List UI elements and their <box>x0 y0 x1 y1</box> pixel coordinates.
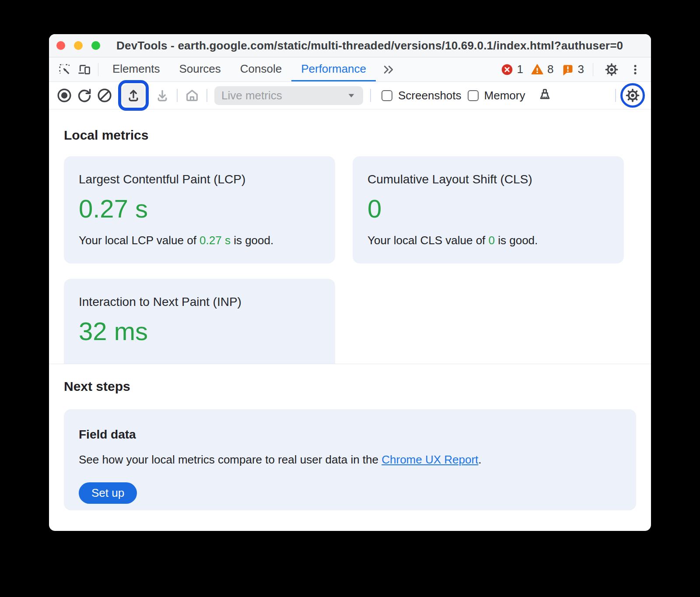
issues-badge[interactable]: 3 <box>562 63 584 76</box>
panel-tabs: Elements Sources Console Performance <box>103 57 376 81</box>
inspect-cursor-icon <box>58 63 71 76</box>
toolbar-separator <box>206 89 207 102</box>
device-toolbar-icon <box>77 63 91 76</box>
devtools-settings-button[interactable] <box>602 63 621 77</box>
console-errors-badge[interactable]: 1 <box>501 63 523 76</box>
tab-elements[interactable]: Elements <box>103 57 169 81</box>
memory-toggle[interactable]: Memory <box>468 89 525 102</box>
inp-metric-card: Interaction to Next Paint (INP) 32 ms <box>64 279 335 364</box>
error-count: 1 <box>517 63 523 76</box>
tabbar-separator <box>98 63 98 76</box>
cls-description: Your local CLS value of 0 is good. <box>368 234 609 247</box>
field-data-description: See how your local metrics compare to re… <box>79 453 621 467</box>
lcp-card-title: Largest Contentful Paint (LCP) <box>79 172 320 187</box>
history-select-value: Live metrics <box>221 89 282 102</box>
window-title: DevTools - earth.google.com/static/multi… <box>116 39 623 53</box>
double-chevron-right-icon <box>382 63 395 76</box>
toolbar-right-controls <box>611 83 645 108</box>
inspect-element-button[interactable] <box>55 57 74 81</box>
inp-value: 32 ms <box>79 318 320 344</box>
chevron-down-icon <box>346 91 356 100</box>
lcp-value: 0.27 s <box>79 196 320 222</box>
metric-cards: Largest Contentful Paint (LCP) 0.27 s Yo… <box>64 156 636 364</box>
lcp-desc-suffix: is good. <box>231 234 273 247</box>
toolbar-separator <box>177 89 178 102</box>
lcp-desc-value: 0.27 s <box>200 234 231 247</box>
field-desc-prefix: See how your local metrics compare to re… <box>79 453 382 466</box>
lcp-metric-card: Largest Contentful Paint (LCP) 0.27 s Yo… <box>64 156 335 263</box>
three-dots-icon <box>629 63 641 76</box>
cls-desc-value: 0 <box>489 234 495 247</box>
cls-metric-card: Cumulative Layout Shift (CLS) 0 Your loc… <box>353 156 624 263</box>
gear-icon <box>625 88 640 103</box>
local-metrics-section: Local metrics Largest Contentful Paint (… <box>49 109 651 364</box>
screenshots-toggle[interactable]: Screenshots <box>382 89 462 102</box>
tabbar-separator <box>593 63 593 76</box>
toolbar-separator <box>615 89 616 102</box>
memory-label: Memory <box>484 89 525 102</box>
block-icon <box>97 88 112 103</box>
next-steps-section: Next steps Field data See how your local… <box>49 364 651 510</box>
warning-count: 8 <box>547 63 553 76</box>
tab-sources[interactable]: Sources <box>169 57 230 81</box>
local-metrics-heading: Local metrics <box>64 109 636 143</box>
performance-panel-content: Local metrics Largest Contentful Paint (… <box>49 109 651 510</box>
live-metrics-home-button[interactable] <box>182 85 202 105</box>
issue-count: 3 <box>578 63 584 76</box>
tabbar-right-controls: 1 8 <box>497 57 645 81</box>
devtools-window: DevTools - earth.google.com/static/multi… <box>49 34 651 531</box>
home-icon <box>185 88 200 103</box>
cls-value: 0 <box>368 196 609 222</box>
field-data-card: Field data See how your local metrics co… <box>64 409 636 510</box>
more-tabs-button[interactable] <box>376 57 401 81</box>
cls-card-title: Cumulative Layout Shift (CLS) <box>368 172 609 187</box>
record-and-reload-button[interactable] <box>74 85 94 105</box>
console-warnings-badge[interactable]: 8 <box>531 63 553 76</box>
close-window-button[interactable] <box>56 41 65 50</box>
garbage-collect-brush-icon <box>537 88 552 103</box>
download-icon <box>155 88 170 103</box>
devtools-menu-button[interactable] <box>626 63 645 76</box>
upload-annotation-highlight <box>118 80 149 111</box>
settings-annotation-highlight <box>620 83 645 108</box>
error-icon <box>501 63 513 76</box>
minimize-window-button[interactable] <box>74 41 83 50</box>
capture-settings-button[interactable] <box>625 88 640 103</box>
field-data-title: Field data <box>79 428 621 442</box>
set-up-button[interactable]: Set up <box>79 482 137 504</box>
clear-button[interactable] <box>94 85 115 105</box>
warning-icon <box>531 63 543 76</box>
collect-garbage-button[interactable] <box>535 85 555 105</box>
traffic-lights <box>56 41 100 50</box>
load-profile-button[interactable] <box>122 84 145 107</box>
devtools-tab-bar: Elements Sources Console Performance <box>49 57 651 82</box>
toolbar-separator <box>370 89 371 102</box>
performance-toolbar: Live metrics Screenshots Memory <box>49 82 651 109</box>
record-button[interactable] <box>54 85 74 105</box>
issue-bubble-icon <box>562 63 574 76</box>
upload-icon <box>126 88 141 103</box>
screenshots-label: Screenshots <box>398 89 462 102</box>
chrome-ux-report-link[interactable]: Chrome UX Report <box>382 453 478 466</box>
tab-console[interactable]: Console <box>231 57 291 81</box>
toggle-device-toolbar-button[interactable] <box>74 57 94 81</box>
lcp-desc-prefix: Your local LCP value of <box>79 234 200 247</box>
memory-checkbox[interactable] <box>468 90 479 101</box>
title-bar: DevTools - earth.google.com/static/multi… <box>49 34 651 57</box>
screenshot-stage: DevTools - earth.google.com/static/multi… <box>0 0 700 597</box>
gear-icon <box>605 63 619 77</box>
save-profile-button[interactable] <box>152 85 172 105</box>
cls-desc-suffix: is good. <box>495 234 538 247</box>
cls-desc-prefix: Your local CLS value of <box>368 234 489 247</box>
record-icon <box>56 88 72 103</box>
screenshots-checkbox[interactable] <box>382 90 392 101</box>
tab-performance[interactable]: Performance <box>291 57 376 81</box>
zoom-window-button[interactable] <box>91 41 100 50</box>
reload-icon <box>77 88 92 103</box>
next-steps-heading: Next steps <box>64 364 636 394</box>
history-select[interactable]: Live metrics <box>214 86 363 105</box>
field-desc-suffix: . <box>478 453 481 466</box>
lcp-description: Your local LCP value of 0.27 s is good. <box>79 234 320 247</box>
inp-card-title: Interaction to Next Paint (INP) <box>79 295 320 309</box>
